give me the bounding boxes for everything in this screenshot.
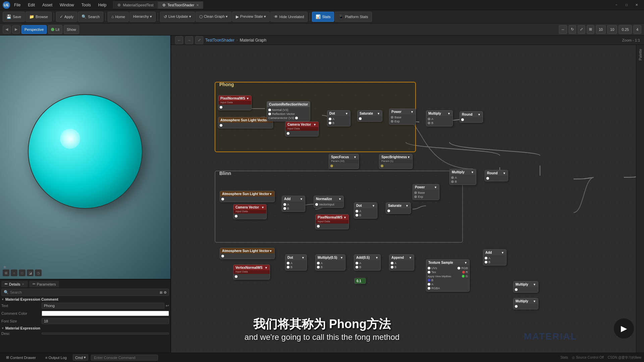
text-value[interactable]: Phong	[42, 303, 164, 309]
details-search-bar[interactable]: 🔍 ⊞ ⚙	[1, 289, 169, 296]
snap-value[interactable]: 4	[633, 25, 641, 34]
atmosphere-dropdown-bottom[interactable]: ▼	[269, 249, 272, 253]
multiply-out-dropdown[interactable]: ▼	[533, 283, 536, 286]
content-drawer-button[interactable]: ⊞ Content Drawer	[3, 355, 39, 360]
close-button[interactable]: ✕	[632, 1, 641, 9]
dot-dropdown-phong[interactable]: ▼	[345, 112, 348, 115]
menu-help[interactable]: Help	[97, 1, 108, 9]
add-out-dropdown[interactable]: ▼	[501, 251, 504, 254]
perspective-button[interactable]: Perspective	[21, 25, 47, 34]
viewport-icon-4[interactable]: ◪	[27, 269, 34, 276]
camera-vector-node-blinn[interactable]: Camera Vector ▼ Input Data	[233, 204, 267, 219]
spec-brightness-node[interactable]: SpecBrightness ▼ Param (1)	[379, 154, 413, 169]
power-node-phong[interactable]: Power ▼ Base Exp	[389, 109, 416, 125]
atmosphere-node-bottom[interactable]: Atmosphere Sun Light Vector ▼	[220, 248, 275, 259]
menu-tools[interactable]: Tools	[80, 1, 92, 9]
power-node-blinn[interactable]: Power ▼ Base Exp	[413, 184, 439, 200]
camera-vector-dropdown-phong[interactable]: ▼	[313, 123, 316, 126]
normalize-dropdown-blinn[interactable]: ▼	[338, 197, 341, 201]
pixel-normal-node-blinn[interactable]: PixelNormalWS ▼ Input Data	[315, 214, 349, 229]
atmosphere-node-blinn[interactable]: Atmosphere Sun Light Vector ▼	[220, 191, 275, 202]
font-size-value[interactable]: 18	[42, 318, 169, 324]
home-button[interactable]: ⌂ Home	[108, 12, 129, 22]
nav-back-button[interactable]: ◀	[3, 25, 11, 34]
hide-unrelated-button[interactable]: 👁 Hide Unrelated	[270, 12, 308, 22]
add-dropdown-blinn[interactable]: ▼	[300, 197, 303, 201]
multiply05-node[interactable]: Multiply(0.5) ▼ A B	[315, 254, 345, 270]
clean-graph-button[interactable]: ⬡ Clean Graph ▾	[196, 12, 231, 22]
material-expression-header[interactable]: Material Expression	[1, 326, 169, 330]
stats-button[interactable]: 📊 Stats	[312, 12, 334, 22]
tab-material-speed-test[interactable]: ⚙ MaterialSpeedTest	[113, 1, 158, 9]
saturate-dropdown-blinn[interactable]: ▼	[406, 204, 409, 207]
minimize-button[interactable]: −	[612, 1, 621, 9]
graph-forward-button[interactable]: →	[185, 36, 193, 44]
viewport[interactable]: ⊞ ○ □ ◪ ◷ ⊕	[0, 36, 170, 279]
parameters-tab[interactable]: ✏ Parameters	[29, 281, 59, 287]
pixel-normal-node-phong[interactable]: PixelNormalWS ▼ Input Data	[218, 95, 252, 110]
platform-stats-button[interactable]: 📱 Platform Stats	[335, 12, 372, 22]
scale-button[interactable]: ⤢	[578, 25, 585, 34]
vertex-normal-node-bottom[interactable]: VertexNormalWS ▼ Input Data	[233, 264, 270, 280]
translate-button[interactable]: ↔	[559, 25, 567, 34]
spec-brightness-dropdown[interactable]: ▼	[407, 156, 410, 159]
graph-expand-button[interactable]: ⤢	[195, 36, 203, 44]
rotate-button[interactable]: ↻	[569, 25, 576, 34]
add05-dropdown[interactable]: ▼	[375, 256, 378, 259]
details-search-input[interactable]	[10, 290, 158, 294]
viewport-icon-1[interactable]: ⊞	[3, 269, 9, 276]
dot-dropdown-blinn[interactable]: ▼	[372, 204, 375, 207]
vertex-normal-dropdown-bottom[interactable]: ▼	[265, 266, 268, 269]
multiply-node-right[interactable]: Multiply ▼ A B	[449, 169, 476, 185]
cmd-dropdown[interactable]: Cmd ▾	[73, 354, 88, 361]
menu-window[interactable]: Window	[58, 1, 75, 9]
add-out-node[interactable]: Add ▼ A B	[483, 249, 506, 265]
pixel-normal-dropdown-phong[interactable]: ▼	[246, 97, 249, 100]
saturate-node-blinn[interactable]: Saturate ▼	[386, 202, 411, 214]
dot-node-blinn[interactable]: Dot ▼ A B	[354, 202, 377, 219]
expression-comment-header[interactable]: Material Expression Comment	[1, 297, 169, 301]
multiply-dropdown-right[interactable]: ▼	[471, 171, 474, 174]
tab-close-2[interactable]: ✕	[196, 3, 199, 7]
saturate-node-phong[interactable]: Saturate ▼	[357, 110, 382, 122]
custom-reflection-node[interactable]: CustomReflectionVector Normal (V3) Refle…	[267, 101, 310, 121]
save-button[interactable]: 💾 Save	[3, 12, 25, 22]
preview-state-button[interactable]: ▶ Preview State ▾	[232, 12, 270, 22]
dot-dropdown-bottom[interactable]: ▼	[302, 256, 305, 259]
show-button[interactable]: Show	[64, 25, 79, 34]
details-tab[interactable]: ✏ Details ✕	[1, 281, 28, 287]
power-dropdown-phong[interactable]: ▼	[411, 110, 414, 114]
apply-button[interactable]: ✓ Apply	[56, 12, 77, 22]
graph-panel[interactable]: Phong PixelNormalWS ▼ Input Data	[171, 45, 644, 353]
browse-button[interactable]: 📁 Browse	[25, 12, 52, 22]
multiply-out2-dropdown[interactable]: ▼	[533, 300, 536, 303]
lit-button[interactable]: Lit	[48, 25, 62, 34]
dot-node-phong[interactable]: Dot ▼ A B	[327, 110, 351, 126]
palette-label[interactable]: Palette	[638, 48, 643, 62]
viewport-icon-3[interactable]: □	[19, 269, 25, 276]
normalize-node-blinn[interactable]: Normalize ▼ VectorInput	[314, 196, 344, 208]
angle-value[interactable]: 10	[607, 25, 617, 34]
viewport-icon-5[interactable]: ◷	[35, 269, 42, 276]
add05-node[interactable]: Add(0.5) ▼ A B	[354, 254, 381, 270]
output-log-button[interactable]: ≡ Output Log	[42, 355, 70, 360]
grid-toggle[interactable]: ⊞	[587, 25, 594, 34]
texture-sample-dropdown[interactable]: ▼	[464, 261, 467, 264]
multiply-out2-node[interactable]: Multiply ▼	[513, 298, 538, 309]
reset-icon[interactable]: ↩	[166, 303, 169, 308]
value-01-node[interactable]: 0.1	[354, 278, 366, 284]
desc-value[interactable]	[42, 333, 169, 335]
add-node-blinn[interactable]: Add ▼ A B	[282, 196, 305, 212]
menu-edit[interactable]: Edit	[26, 1, 36, 9]
tab-toon-shader[interactable]: ⚙ TestToonShader ✕	[158, 1, 204, 9]
atmosphere-dropdown-blinn[interactable]: ▼	[269, 192, 272, 196]
live-update-button[interactable]: ↺ Live Update ▾	[160, 12, 195, 22]
nav-forward-button[interactable]: ▶	[12, 25, 20, 34]
hierarchy-button[interactable]: Hierarchy ▾	[129, 12, 156, 22]
texture-sample-node[interactable]: Texture Sample ▼ UVsRGB TexR Apply View …	[426, 259, 470, 292]
multiply05-dropdown[interactable]: ▼	[340, 256, 343, 259]
details-close[interactable]: ✕	[22, 283, 24, 286]
append-node[interactable]: Append ▼ A B	[389, 254, 414, 270]
search-button[interactable]: 🔍 Search	[78, 12, 103, 22]
menu-asset[interactable]: Asset	[41, 1, 54, 9]
